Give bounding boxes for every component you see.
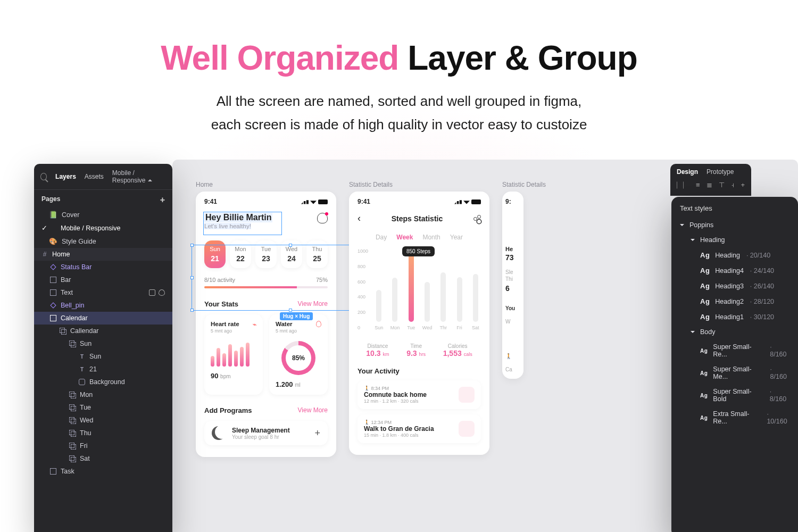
layer-text[interactable]: Text	[34, 286, 172, 299]
pages-header: Pages	[41, 195, 60, 205]
lock-icon[interactable]	[149, 289, 155, 296]
layer-task[interactable]: Task	[34, 465, 172, 478]
back-icon[interactable]: ‹	[358, 213, 361, 224]
status-bar: 9:41	[204, 198, 328, 205]
water-icon	[316, 321, 321, 327]
eye-icon[interactable]	[159, 289, 165, 296]
add-programs-title: Add Programs	[204, 406, 252, 414]
activity-icon	[459, 421, 475, 437]
layer-bar[interactable]: Bar	[34, 273, 172, 286]
hero-title: Well Organized Layer & Group	[0, 38, 798, 78]
layer-sat[interactable]: Sat	[34, 452, 172, 465]
layer-status-bar[interactable]: Status Bar	[34, 261, 172, 273]
day-thu[interactable]: Thu25	[306, 240, 328, 268]
layer-thu[interactable]: Thu	[34, 427, 172, 439]
phone-steps[interactable]: 9:41 ‹ Steps Statistic Day Week Month Ye…	[349, 192, 489, 455]
text-style-heading2[interactable]: AgHeading2 · 28/120	[671, 294, 798, 309]
text-style-super-small-bold[interactable]: AgSuper Small-Bold · 8/160	[671, 384, 798, 406]
layer-calendar[interactable]: Calendar	[34, 312, 172, 325]
range-tabs[interactable]: Day Week Month Year	[358, 234, 481, 241]
activity-progress	[204, 286, 328, 288]
hero-subtitle: All the screen are named, sorted and wel…	[0, 89, 798, 136]
activity-2[interactable]: 🚶 12:34 PMWalk to Gran de Gracia15 min ·…	[358, 414, 481, 443]
metric-distance: Distance10.3 km	[366, 343, 389, 358]
bell-icon[interactable]	[317, 213, 328, 223]
page-mobile[interactable]: ✓Mobile / Responsive	[34, 221, 172, 235]
hero: Well Organized Layer & Group All the scr…	[0, 0, 798, 136]
text-style-super-small-me-[interactable]: AgSuper Small-Me... · 8/160	[671, 362, 798, 384]
steps-bar-fri[interactable]: Fri	[454, 277, 464, 330]
layer-sun-text[interactable]: TSun	[34, 350, 172, 363]
text-style-heading[interactable]: AgHeading · 20/140	[671, 247, 798, 263]
tab-assets[interactable]: Assets	[85, 173, 104, 180]
frame-label-peek[interactable]: Statistic Details	[502, 181, 546, 188]
day-sun[interactable]: Sun21	[204, 240, 226, 268]
search-icon[interactable]	[40, 173, 47, 180]
card-heart[interactable]: Heart rate5 mnt ago⌁ 90 bpm	[204, 314, 263, 395]
tab-design[interactable]: Design	[677, 168, 698, 176]
text-style-super-small-re-[interactable]: AgSuper Small-Re... · 8/160	[671, 339, 798, 362]
greeting-sub: Let's live healthy!	[204, 223, 251, 229]
battery-icon	[318, 200, 328, 204]
steps-bar-sun[interactable]: Sun	[373, 290, 384, 330]
add-program-icon[interactable]: +	[314, 428, 320, 439]
card-water[interactable]: Water5 mnt ago 85% 1.200 ml	[269, 314, 328, 395]
design-panel-header: Design Prototype ⎸⎸≡≣⊤⫞+	[670, 164, 751, 196]
text-style-heading3[interactable]: AgHeading3 · 26/140	[671, 278, 798, 294]
layer-home[interactable]: #Home	[34, 248, 172, 261]
align-tools[interactable]: ⎸⎸≡≣⊤⫞+	[677, 181, 745, 189]
signal-icon	[301, 200, 309, 204]
font-family[interactable]: Poppins	[671, 218, 798, 232]
steps-bar-tue[interactable]: Tue	[406, 254, 417, 330]
text-style-heading4[interactable]: AgHeading4 · 24/140	[671, 263, 798, 278]
phone-peek[interactable]: 9: He 73 Sle Thi 6 You W 🚶 Ca	[502, 192, 523, 379]
activity-pct: 75%	[316, 277, 328, 283]
tab-layers[interactable]: Layers	[55, 173, 76, 180]
text-style-heading1[interactable]: AgHeading1 · 30/120	[671, 309, 798, 325]
share-icon[interactable]	[473, 215, 481, 222]
metric-time: Time9.3 hrs	[406, 343, 426, 358]
group-body[interactable]: Body	[671, 325, 798, 339]
text-styles-header: Text styles	[671, 197, 798, 218]
program-sleep[interactable]: Sleep ManagementYour sleep goal 8 hr +	[204, 421, 328, 445]
layer-tue[interactable]: Tue	[34, 401, 172, 414]
layer-background[interactable]: Background	[34, 376, 172, 388]
layer-mon[interactable]: Mon	[34, 388, 172, 401]
steps-chart: 1000800600 4002000 SunMonTueWedThrFriSat…	[358, 248, 481, 339]
steps-bar-wed[interactable]: Wed	[422, 282, 433, 330]
frame-label-home[interactable]: Home	[196, 181, 336, 188]
activity-count: 8/10 activity	[204, 277, 235, 283]
page-mode[interactable]: Mobile / Responsive	[112, 169, 166, 184]
phone-home[interactable]: 9:41 Hey Billie Martin Let's live health…	[196, 192, 336, 457]
hug-badge: Hug × Hug	[280, 312, 313, 320]
wifi-icon	[310, 200, 317, 204]
frame-label-steps[interactable]: Statistic Details	[349, 181, 489, 188]
add-page-icon[interactable]: +	[160, 195, 165, 205]
steps-bar-thr[interactable]: Thr	[438, 272, 448, 330]
layer-wed[interactable]: Wed	[34, 414, 172, 427]
steps-tooltip: 850 Steps	[402, 246, 435, 256]
layer-bell-pin[interactable]: Bell_pin	[34, 299, 172, 312]
steps-bar-mon[interactable]: Mon	[389, 278, 400, 330]
page-style-guide[interactable]: 🎨Style Guide	[34, 235, 172, 248]
text-style-extra-small-re-[interactable]: AgExtra Small-Re... · 10/160	[671, 406, 798, 429]
view-more-programs[interactable]: View More	[298, 406, 328, 414]
steps-title: Steps Statistic	[392, 214, 443, 223]
view-more-stats[interactable]: View More	[298, 300, 328, 308]
layer-21[interactable]: T21	[34, 363, 172, 376]
layer-fri[interactable]: Fri	[34, 439, 172, 452]
steps-bar-sat[interactable]: Sat	[470, 274, 481, 330]
calendar-row[interactable]: Sun21 Mon22 Tue23 Wed24 Thu25	[204, 240, 328, 268]
activity-1[interactable]: 🚶 8:34 PMComnute back home12 min · 1.2 k…	[358, 380, 481, 409]
metric-calories: Calories1,553 cals	[443, 343, 472, 358]
layers-panel: Layers Assets Mobile / Responsive Pages …	[34, 164, 172, 532]
day-mon[interactable]: Mon22	[230, 240, 251, 268]
layer-sun-group[interactable]: Sun	[34, 337, 172, 350]
tab-prototype[interactable]: Prototype	[706, 168, 734, 176]
group-heading[interactable]: Heading	[671, 232, 798, 247]
layer-callendar[interactable]: Callendar	[34, 325, 172, 337]
day-wed[interactable]: Wed24	[281, 240, 302, 268]
day-tue[interactable]: Tue23	[255, 240, 277, 268]
page-cover[interactable]: 📗Cover	[34, 208, 172, 221]
your-activity-title: Your Activity	[358, 367, 400, 375]
